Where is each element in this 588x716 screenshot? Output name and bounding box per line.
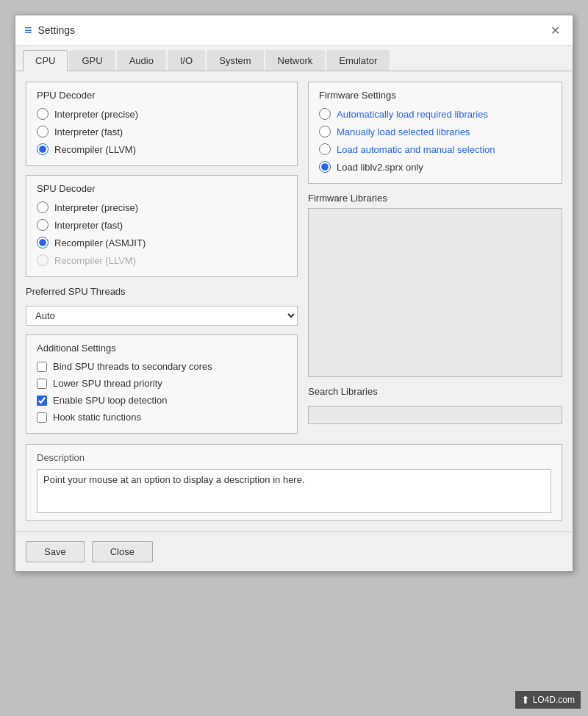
title-bar: ≡ Settings ✕ xyxy=(15,15,573,46)
ppu-interpreter-fast[interactable]: Interpreter (fast) xyxy=(37,126,287,137)
firmware-libraries-list[interactable] xyxy=(308,208,562,377)
spu-decoder-title: SPU Decoder xyxy=(37,183,287,194)
tab-emulator[interactable]: Emulator xyxy=(326,50,390,71)
two-column-layout: PPU Decoder Interpreter (precise) Interp… xyxy=(26,82,562,434)
spu-decoder-group: SPU Decoder Interpreter (precise) Interp… xyxy=(26,175,298,277)
window-title: Settings xyxy=(38,24,76,36)
load-liblv2-radio[interactable] xyxy=(319,161,331,173)
bind-spu-threads-label: Bind SPU threads to secondary cores xyxy=(53,361,212,372)
bottom-bar: Save Close xyxy=(15,531,573,571)
ppu-interpreter-fast-radio[interactable] xyxy=(37,126,49,137)
firmware-libraries-section: Firmware Libraries xyxy=(308,193,562,377)
auto-load-libraries-radio[interactable] xyxy=(319,108,331,120)
title-bar-left: ≡ Settings xyxy=(24,24,75,37)
description-title: Description xyxy=(37,452,551,463)
search-libraries-input[interactable] xyxy=(308,406,562,424)
content-area: PPU Decoder Interpreter (precise) Interp… xyxy=(15,71,573,531)
spu-interpreter-fast-label: Interpreter (fast) xyxy=(54,220,123,231)
bind-spu-threads-option[interactable]: Bind SPU threads to secondary cores xyxy=(37,361,287,372)
save-button[interactable]: Save xyxy=(26,541,85,562)
auto-load-libraries-label: Automatically load required libraries xyxy=(337,109,488,120)
hook-static-functions-label: Hook static functions xyxy=(53,412,141,423)
lower-spu-priority-option[interactable]: Lower SPU thread priority xyxy=(37,378,287,389)
spu-interpreter-precise-label: Interpreter (precise) xyxy=(54,202,138,213)
bind-spu-threads-checkbox[interactable] xyxy=(37,362,47,372)
settings-window: ≡ Settings ✕ CPU GPU Audio I/O System Ne… xyxy=(15,15,573,572)
enable-spu-loop-checkbox[interactable] xyxy=(37,395,47,406)
description-text: Point your mouse at an option to display… xyxy=(37,469,551,513)
right-column: Firmware Settings Automatically load req… xyxy=(308,82,562,434)
watermark: ⬆ LO4D.com xyxy=(515,691,581,709)
tab-network[interactable]: Network xyxy=(265,50,326,71)
preferred-spu-threads-label: Preferred SPU Threads xyxy=(26,286,298,297)
load-auto-manual-label: Load automatic and manual selection xyxy=(337,144,495,155)
preferred-spu-threads-select[interactable]: Auto 1 2 3 4 5 6 7 8 xyxy=(26,306,298,326)
spu-recompiler-llvm[interactable]: Recompiler (LLVM) xyxy=(37,254,287,266)
ppu-interpreter-precise[interactable]: Interpreter (precise) xyxy=(37,108,287,120)
search-libraries-label: Search Libraries xyxy=(308,386,562,397)
tab-audio[interactable]: Audio xyxy=(117,50,166,71)
tab-cpu[interactable]: CPU xyxy=(23,50,68,71)
description-section: Description Point your mouse at an optio… xyxy=(26,444,562,521)
spu-recompiler-asmjit-radio[interactable] xyxy=(37,237,49,248)
ppu-interpreter-precise-radio[interactable] xyxy=(37,108,49,120)
tab-gpu[interactable]: GPU xyxy=(69,50,115,71)
app-icon: ≡ xyxy=(24,24,32,37)
tabs-bar: CPU GPU Audio I/O System Network Emulato… xyxy=(15,46,573,71)
tab-io[interactable]: I/O xyxy=(168,50,205,71)
ppu-decoder-group: PPU Decoder Interpreter (precise) Interp… xyxy=(26,82,298,166)
firmware-settings-group: Firmware Settings Automatically load req… xyxy=(308,82,562,184)
additional-settings-title: Additional Settings xyxy=(37,343,287,354)
spu-recompiler-asmjit-label: Recompiler (ASMJIT) xyxy=(54,237,146,248)
ppu-decoder-title: PPU Decoder xyxy=(37,90,287,101)
enable-spu-loop-label: Enable SPU loop detection xyxy=(53,395,167,406)
load-auto-manual-option[interactable]: Load automatic and manual selection xyxy=(319,143,551,155)
lower-spu-priority-checkbox[interactable] xyxy=(37,379,47,389)
spu-interpreter-fast[interactable]: Interpreter (fast) xyxy=(37,219,287,231)
manually-load-libraries-option[interactable]: Manually load selected libraries xyxy=(319,126,551,137)
enable-spu-loop-option[interactable]: Enable SPU loop detection xyxy=(37,395,287,406)
spu-interpreter-precise-radio[interactable] xyxy=(37,201,49,213)
spu-recompiler-llvm-radio xyxy=(37,254,49,266)
additional-settings-group: Additional Settings Bind SPU threads to … xyxy=(26,334,298,434)
ppu-recompiler-llvm-label: Recompiler (LLVM) xyxy=(54,144,136,155)
load-auto-manual-radio[interactable] xyxy=(319,143,331,155)
preferred-spu-threads-section: Preferred SPU Threads Auto 1 2 3 4 5 6 7… xyxy=(26,286,298,326)
watermark-text: LO4D.com xyxy=(533,695,575,705)
spu-recompiler-llvm-label: Recompiler (LLVM) xyxy=(54,255,136,266)
left-column: PPU Decoder Interpreter (precise) Interp… xyxy=(26,82,298,434)
manually-load-libraries-label: Manually load selected libraries xyxy=(337,126,470,137)
firmware-settings-title: Firmware Settings xyxy=(319,90,551,101)
spu-interpreter-precise[interactable]: Interpreter (precise) xyxy=(37,201,287,213)
spu-interpreter-fast-radio[interactable] xyxy=(37,219,49,231)
manually-load-libraries-radio[interactable] xyxy=(319,126,331,137)
ppu-interpreter-fast-label: Interpreter (fast) xyxy=(54,126,123,137)
ppu-interpreter-precise-label: Interpreter (precise) xyxy=(54,109,138,120)
load-liblv2-option[interactable]: Load liblv2.sprx only xyxy=(319,161,551,173)
auto-load-libraries-option[interactable]: Automatically load required libraries xyxy=(319,108,551,120)
firmware-libraries-label: Firmware Libraries xyxy=(308,193,562,204)
hook-static-functions-option[interactable]: Hook static functions xyxy=(37,412,287,423)
load-liblv2-label: Load liblv2.sprx only xyxy=(337,162,423,173)
tab-system[interactable]: System xyxy=(207,50,263,71)
search-libraries-section: Search Libraries xyxy=(308,386,562,424)
lower-spu-priority-label: Lower SPU thread priority xyxy=(53,378,162,389)
spu-recompiler-asmjit[interactable]: Recompiler (ASMJIT) xyxy=(37,237,287,248)
ppu-recompiler-llvm-radio[interactable] xyxy=(37,143,49,155)
ppu-recompiler-llvm[interactable]: Recompiler (LLVM) xyxy=(37,143,287,155)
close-button[interactable]: Close xyxy=(92,541,153,562)
hook-static-functions-checkbox[interactable] xyxy=(37,412,47,423)
watermark-icon: ⬆ xyxy=(521,694,530,706)
close-window-button[interactable]: ✕ xyxy=(546,21,564,39)
